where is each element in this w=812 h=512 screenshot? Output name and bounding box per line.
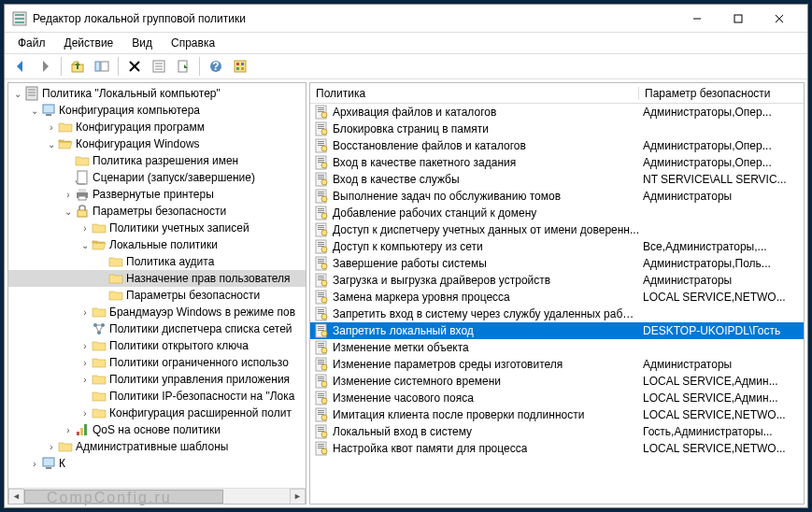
tree-scripts[interactable]: Сценарии (запуск/завершение) bbox=[8, 169, 306, 186]
policy-row[interactable]: Изменение метки объекта bbox=[310, 339, 804, 356]
tree-network-list[interactable]: Политики диспетчера списка сетей bbox=[8, 320, 306, 337]
tree-label: Политика аудита bbox=[126, 255, 214, 268]
expand-icon[interactable]: › bbox=[79, 223, 91, 234]
options-button[interactable] bbox=[230, 56, 250, 77]
tree-security-options[interactable]: Параметры безопасности bbox=[8, 287, 306, 304]
policy-name: Выполнение задач по обслуживанию томов bbox=[333, 190, 561, 203]
svg-rect-118 bbox=[318, 343, 324, 344]
tree-computer-config[interactable]: ⌄Конфигурация компьютера bbox=[8, 102, 306, 119]
tree-label: Политики открытого ключа bbox=[109, 339, 249, 352]
policy-row[interactable]: Изменение часового поясаLOCAL SERVICE,Ад… bbox=[310, 390, 804, 406]
scroll-left-button[interactable]: ◄ bbox=[8, 489, 24, 505]
expand-icon[interactable]: › bbox=[79, 375, 91, 385]
tree-software-restriction[interactable]: ›Политики ограниченного использо bbox=[8, 354, 306, 371]
expand-icon[interactable]: › bbox=[79, 358, 91, 368]
properties-button[interactable] bbox=[149, 56, 169, 77]
tree-audit-policy[interactable]: Политика аудита bbox=[8, 253, 306, 270]
tree-root[interactable]: ⌄Политика "Локальный компьютер" bbox=[8, 85, 306, 102]
expand-icon[interactable]: › bbox=[79, 341, 91, 351]
column-policy[interactable]: Политика bbox=[310, 87, 639, 100]
expand-icon[interactable]: › bbox=[79, 408, 91, 419]
collapse-icon[interactable]: ⌄ bbox=[12, 89, 23, 99]
expand-icon[interactable]: › bbox=[63, 190, 74, 200]
policy-row[interactable]: Доступ к диспетчеру учетных данных от им… bbox=[310, 221, 804, 238]
tree-app-control[interactable]: ›Политики управления приложения bbox=[8, 371, 306, 388]
policy-row[interactable]: Завершение работы системыАдминистраторы,… bbox=[310, 255, 804, 272]
collapse-icon[interactable]: ⌄ bbox=[29, 106, 40, 116]
svg-point-56 bbox=[321, 129, 327, 135]
tree-public-key[interactable]: ›Политики открытого ключа bbox=[8, 337, 306, 354]
svg-rect-119 bbox=[318, 345, 324, 346]
svg-rect-138 bbox=[318, 410, 324, 411]
menu-help[interactable]: Справка bbox=[164, 35, 222, 51]
svg-rect-54 bbox=[318, 126, 324, 127]
tree-ip-security[interactable]: Политики IP-безопасности на "Лока bbox=[8, 388, 306, 405]
policy-row[interactable]: Замена маркера уровня процессаLOCAL SERV… bbox=[310, 289, 804, 306]
policy-name: Загрузка и выгрузка драйверов устройств bbox=[333, 274, 550, 287]
tree-name-resolution[interactable]: Политика разрешения имен bbox=[8, 152, 306, 169]
tree-admin-templates[interactable]: ›Административные шаблоны bbox=[8, 438, 306, 455]
expand-icon[interactable]: › bbox=[79, 307, 91, 318]
column-security[interactable]: Параметр безопасности bbox=[639, 87, 804, 100]
policy-row[interactable]: Добавление рабочих станций к домену bbox=[310, 205, 804, 221]
svg-line-41 bbox=[99, 325, 103, 333]
tree-software-config[interactable]: ›Конфигурация программ bbox=[8, 119, 306, 135]
svg-rect-69 bbox=[318, 177, 324, 178]
up-button[interactable] bbox=[67, 56, 88, 77]
policy-row[interactable]: Запретить вход в систему через службу уд… bbox=[310, 306, 804, 322]
tree-local-policies[interactable]: ⌄Локальные политики bbox=[8, 236, 306, 253]
menu-action[interactable]: Действие bbox=[57, 35, 121, 51]
tree-advanced-audit[interactable]: ›Конфигурация расширенной полит bbox=[8, 405, 306, 421]
close-button[interactable] bbox=[759, 6, 800, 32]
minimize-button[interactable] bbox=[677, 6, 718, 32]
tree-pane[interactable]: ⌄Политика "Локальный компьютер"⌄Конфигур… bbox=[7, 82, 306, 505]
show-hide-tree-button[interactable] bbox=[92, 56, 112, 77]
back-button[interactable] bbox=[10, 56, 31, 77]
collapse-icon[interactable]: ⌄ bbox=[79, 240, 91, 250]
tree-qos[interactable]: ›QoS на основе политики bbox=[8, 421, 306, 438]
policy-row[interactable]: Вход в качестве службыNT SERVICE\ALL SER… bbox=[310, 171, 804, 188]
policy-row[interactable]: Запретить локальный входDESKTOP-UKOIPDL\… bbox=[310, 322, 804, 339]
svg-point-131 bbox=[321, 381, 327, 387]
delete-button[interactable] bbox=[124, 56, 145, 77]
export-button[interactable] bbox=[173, 56, 193, 77]
scroll-right-button[interactable]: ► bbox=[290, 489, 306, 505]
expand-icon[interactable]: › bbox=[46, 122, 57, 133]
menu-view[interactable]: Вид bbox=[124, 35, 160, 51]
policy-row[interactable]: Имитация клиента после проверки подлинно… bbox=[310, 406, 804, 423]
policy-row[interactable]: Блокировка страниц в памяти bbox=[310, 121, 804, 137]
tree-truncated[interactable]: ›К bbox=[8, 455, 306, 472]
policy-row[interactable]: Локальный вход в системуГость,Администра… bbox=[310, 423, 804, 440]
menu-file[interactable]: Файл bbox=[10, 35, 53, 51]
tree-windows-config[interactable]: ⌄Конфигурация Windows bbox=[8, 135, 306, 152]
policy-row[interactable]: Загрузка и выгрузка драйверов устройствА… bbox=[310, 272, 804, 289]
help-button[interactable]: ? bbox=[206, 56, 226, 77]
policy-row[interactable]: Настройка квот памяти для процессаLOCAL … bbox=[310, 440, 804, 457]
expand-icon[interactable]: › bbox=[29, 459, 40, 469]
policy-row[interactable]: Выполнение задач по обслуживанию томовАд… bbox=[310, 188, 804, 205]
policy-row[interactable]: Архивация файлов и каталоговАдминистрато… bbox=[310, 104, 804, 121]
expand-icon[interactable]: › bbox=[63, 425, 74, 435]
tree-security-settings[interactable]: ⌄Параметры безопасности bbox=[8, 203, 306, 220]
tree-label: Конфигурация Windows bbox=[76, 137, 200, 150]
policy-row[interactable]: Изменение системного времениLOCAL SERVIC… bbox=[310, 373, 804, 390]
tree-printers[interactable]: ›Развернутые принтеры bbox=[8, 186, 306, 203]
tree-account-policies[interactable]: ›Политики учетных записей bbox=[8, 220, 306, 236]
collapse-icon[interactable]: ⌄ bbox=[63, 206, 74, 217]
maximize-button[interactable] bbox=[718, 6, 759, 32]
list-pane[interactable]: Политика Параметр безопасности Архивация… bbox=[309, 82, 805, 505]
svg-rect-98 bbox=[318, 276, 324, 277]
list-header[interactable]: Политика Параметр безопасности bbox=[310, 83, 804, 104]
collapse-icon[interactable]: ⌄ bbox=[46, 139, 57, 149]
tree-firewall[interactable]: ›Брандмауэр Windows в режиме пов bbox=[8, 304, 306, 320]
tree-user-rights[interactable]: Назначение прав пользователя bbox=[8, 270, 306, 287]
policy-row[interactable]: Восстановление файлов и каталоговАдминис… bbox=[310, 137, 804, 154]
forward-button[interactable] bbox=[35, 56, 55, 77]
content-area: ⌄Политика "Локальный компьютер"⌄Конфигур… bbox=[5, 79, 807, 507]
policy-row[interactable]: Изменение параметров среды изготовителяА… bbox=[310, 356, 804, 373]
policy-value: Администраторы bbox=[639, 190, 804, 203]
expand-icon[interactable]: › bbox=[46, 442, 57, 452]
policy-row[interactable]: Вход в качестве пакетного заданияАдминис… bbox=[310, 154, 804, 171]
policy-row[interactable]: Доступ к компьютеру из сетиВсе,Администр… bbox=[310, 238, 804, 255]
svg-rect-34 bbox=[78, 196, 86, 200]
